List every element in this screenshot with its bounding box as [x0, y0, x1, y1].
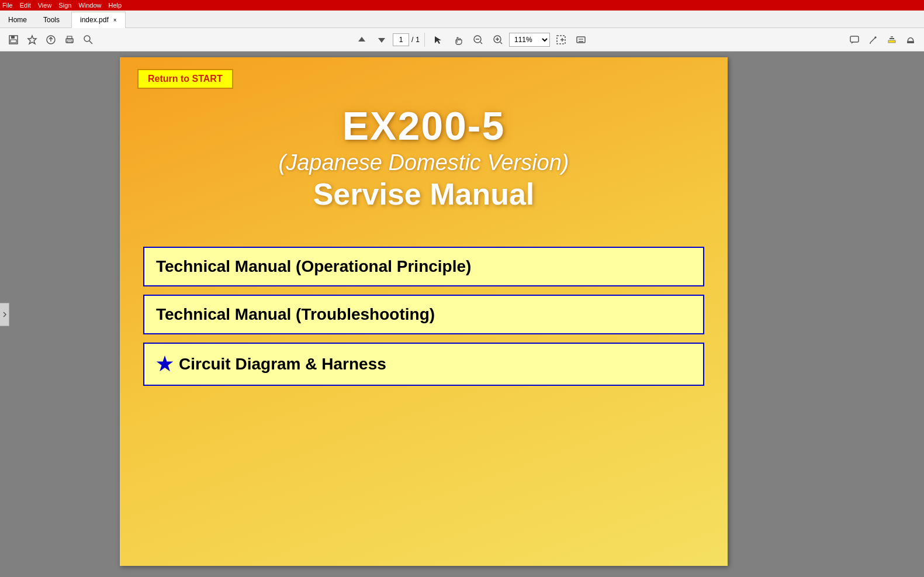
save-icon — [8, 34, 19, 45]
page-total: 1 — [416, 36, 420, 44]
pdf-page: Return to START EX200-5 (Japanese Domest… — [120, 57, 728, 566]
stamp-icon — [905, 34, 916, 45]
doc-title-manual: Servise Manual — [313, 177, 535, 212]
svg-marker-13 — [435, 36, 441, 44]
toolbar-right — [846, 31, 919, 49]
cursor-icon — [434, 35, 443, 44]
star-icon — [27, 34, 37, 45]
zoom-out-button[interactable] — [469, 31, 487, 49]
zoom-select[interactable]: 111% 100% 75% 50% 125% 150% — [509, 33, 550, 47]
panel-toggle-button[interactable] — [0, 303, 9, 326]
cursor-tool-button[interactable] — [430, 31, 447, 49]
separator1 — [424, 33, 425, 47]
pen-icon — [868, 34, 878, 45]
svg-marker-11 — [358, 37, 365, 42]
menu-edit[interactable]: Edit — [20, 2, 31, 9]
bookmark-button[interactable] — [23, 31, 41, 49]
page-nav: / 1 — [393, 33, 420, 46]
hand-tool-button[interactable] — [449, 31, 467, 49]
menu-file[interactable]: File — [2, 2, 13, 9]
svg-marker-12 — [378, 38, 385, 43]
zoom-in-button[interactable] — [489, 31, 507, 49]
svg-rect-1 — [11, 36, 15, 39]
print-button[interactable] — [61, 31, 78, 49]
menu-help[interactable]: Help — [109, 2, 122, 9]
save-button[interactable] — [5, 31, 22, 49]
doc-title-sub: (Japanese Domestic Version) — [278, 150, 569, 175]
main-area: Return to START EX200-5 (Japanese Domest… — [0, 51, 924, 577]
svg-line-29 — [870, 37, 875, 43]
doc-title-area: EX200-5 (Japanese Domestic Version) Serv… — [131, 104, 716, 212]
link-operational-principle[interactable]: Technical Manual (Operational Principle) — [143, 247, 704, 286]
svg-line-10 — [89, 41, 92, 44]
typewriter-icon — [576, 34, 586, 45]
svg-rect-8 — [67, 41, 72, 43]
link-circuit-label: Circuit Diagram & Harness — [179, 355, 386, 374]
next-page-button[interactable] — [373, 31, 390, 49]
return-btn-label: Return to START — [148, 74, 223, 84]
toolbar-center: / 1 — [98, 31, 845, 49]
typewriter-button[interactable] — [572, 31, 590, 49]
up-arrow-icon — [358, 36, 366, 44]
svg-rect-32 — [888, 40, 895, 43]
menu-view[interactable]: View — [38, 2, 52, 9]
pdf-container: Return to START EX200-5 (Japanese Domest… — [111, 51, 736, 577]
comment-icon — [849, 34, 860, 45]
hand-icon — [453, 34, 463, 45]
tab-tools[interactable]: Tools — [35, 12, 68, 27]
prev-page-button[interactable] — [353, 31, 371, 49]
search-button[interactable] — [79, 31, 97, 49]
toolbar: / 1 — [0, 28, 924, 51]
link-troubleshooting[interactable]: Technical Manual (Troubleshooting) — [143, 295, 704, 334]
menu-sign[interactable]: Sign — [58, 2, 71, 9]
menu-bar: File Edit View Sign Window Help — [2, 2, 122, 9]
marquee-icon — [556, 34, 566, 45]
tab-bar: Home Tools index.pdf × — [0, 11, 924, 28]
links-area: Technical Manual (Operational Principle)… — [131, 247, 716, 386]
close-tab-button[interactable]: × — [113, 17, 117, 23]
svg-line-20 — [500, 42, 502, 44]
tab-home[interactable]: Home — [0, 12, 35, 27]
print-icon — [64, 34, 75, 45]
svg-marker-3 — [28, 36, 36, 44]
highlight-icon — [887, 34, 897, 45]
return-to-start-button[interactable]: Return to START — [137, 69, 233, 89]
upload-icon — [46, 34, 56, 45]
marquee-zoom-button[interactable] — [552, 31, 570, 49]
down-arrow-icon — [378, 36, 386, 44]
svg-rect-35 — [907, 42, 914, 43]
tab-file-label: index.pdf — [80, 16, 109, 24]
star-icon: ★ — [156, 353, 173, 375]
svg-line-16 — [480, 42, 482, 44]
svg-rect-2 — [11, 40, 16, 43]
zoom-out-icon — [473, 34, 483, 45]
svg-rect-27 — [850, 36, 859, 42]
tab-file[interactable]: index.pdf × — [71, 12, 126, 28]
title-bar: File Edit View Sign Window Help — [0, 0, 924, 11]
zoom-in-icon — [493, 34, 503, 45]
svg-point-9 — [84, 36, 90, 42]
pen-button[interactable] — [864, 31, 882, 49]
page-input[interactable] — [393, 33, 409, 46]
page-separator: / — [411, 36, 413, 44]
comment-button[interactable] — [846, 31, 863, 49]
stamp-button[interactable] — [902, 31, 919, 49]
doc-title-main: EX200-5 — [342, 104, 506, 148]
highlight-button[interactable] — [883, 31, 901, 49]
chevron-right-icon — [2, 311, 7, 318]
upload-button[interactable] — [42, 31, 60, 49]
link-circuit-diagram[interactable]: ★ Circuit Diagram & Harness — [143, 343, 704, 386]
search-icon — [83, 34, 94, 45]
menu-window[interactable]: Window — [78, 2, 101, 9]
